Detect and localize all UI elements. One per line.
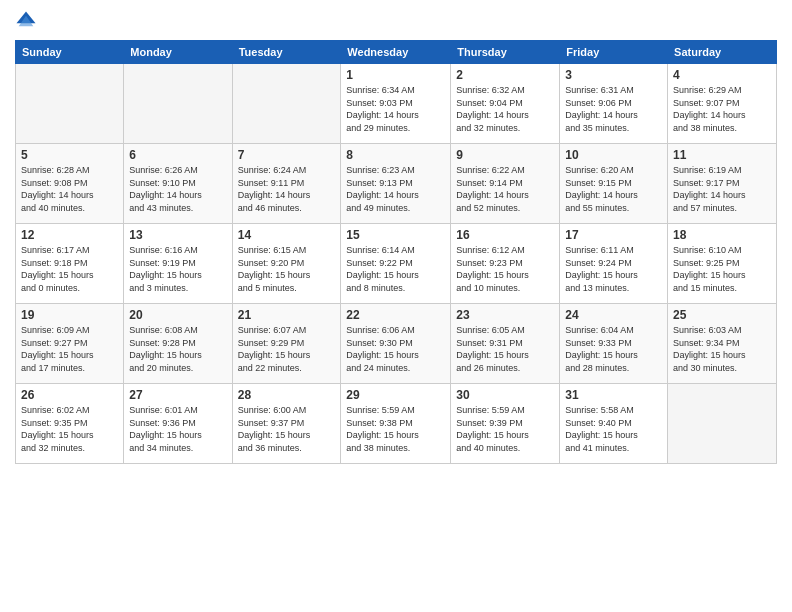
day-info: Sunrise: 6:22 AM Sunset: 9:14 PM Dayligh… [456,164,554,214]
day-number: 24 [565,308,662,322]
calendar-cell: 14Sunrise: 6:15 AM Sunset: 9:20 PM Dayli… [232,224,341,304]
day-info: Sunrise: 6:04 AM Sunset: 9:33 PM Dayligh… [565,324,662,374]
day-number: 25 [673,308,771,322]
day-number: 31 [565,388,662,402]
day-number: 20 [129,308,226,322]
logo [15,10,41,32]
day-number: 23 [456,308,554,322]
day-info: Sunrise: 6:02 AM Sunset: 9:35 PM Dayligh… [21,404,118,454]
day-info: Sunrise: 6:31 AM Sunset: 9:06 PM Dayligh… [565,84,662,134]
calendar-day-header: Wednesday [341,41,451,64]
calendar-cell: 11Sunrise: 6:19 AM Sunset: 9:17 PM Dayli… [668,144,777,224]
day-info: Sunrise: 6:23 AM Sunset: 9:13 PM Dayligh… [346,164,445,214]
day-number: 9 [456,148,554,162]
day-number: 21 [238,308,336,322]
calendar-week-row: 5Sunrise: 6:28 AM Sunset: 9:08 PM Daylig… [16,144,777,224]
day-info: Sunrise: 6:09 AM Sunset: 9:27 PM Dayligh… [21,324,118,374]
day-number: 28 [238,388,336,402]
calendar-cell: 21Sunrise: 6:07 AM Sunset: 9:29 PM Dayli… [232,304,341,384]
calendar-day-header: Sunday [16,41,124,64]
calendar-cell [232,64,341,144]
calendar-day-header: Saturday [668,41,777,64]
calendar-cell: 10Sunrise: 6:20 AM Sunset: 9:15 PM Dayli… [560,144,668,224]
calendar-cell: 30Sunrise: 5:59 AM Sunset: 9:39 PM Dayli… [451,384,560,464]
day-number: 27 [129,388,226,402]
day-number: 16 [456,228,554,242]
calendar-day-header: Tuesday [232,41,341,64]
day-number: 2 [456,68,554,82]
day-number: 11 [673,148,771,162]
calendar-cell: 22Sunrise: 6:06 AM Sunset: 9:30 PM Dayli… [341,304,451,384]
header [15,10,777,32]
day-info: Sunrise: 6:26 AM Sunset: 9:10 PM Dayligh… [129,164,226,214]
calendar-table: SundayMondayTuesdayWednesdayThursdayFrid… [15,40,777,464]
day-number: 7 [238,148,336,162]
calendar-cell: 18Sunrise: 6:10 AM Sunset: 9:25 PM Dayli… [668,224,777,304]
day-info: Sunrise: 6:14 AM Sunset: 9:22 PM Dayligh… [346,244,445,294]
calendar-cell: 28Sunrise: 6:00 AM Sunset: 9:37 PM Dayli… [232,384,341,464]
calendar-day-header: Thursday [451,41,560,64]
day-number: 10 [565,148,662,162]
day-info: Sunrise: 5:58 AM Sunset: 9:40 PM Dayligh… [565,404,662,454]
calendar-cell: 4Sunrise: 6:29 AM Sunset: 9:07 PM Daylig… [668,64,777,144]
day-number: 26 [21,388,118,402]
calendar-cell: 2Sunrise: 6:32 AM Sunset: 9:04 PM Daylig… [451,64,560,144]
day-number: 3 [565,68,662,82]
calendar-cell: 3Sunrise: 6:31 AM Sunset: 9:06 PM Daylig… [560,64,668,144]
calendar-cell: 7Sunrise: 6:24 AM Sunset: 9:11 PM Daylig… [232,144,341,224]
day-number: 14 [238,228,336,242]
logo-icon [15,10,37,32]
day-info: Sunrise: 6:12 AM Sunset: 9:23 PM Dayligh… [456,244,554,294]
day-info: Sunrise: 5:59 AM Sunset: 9:39 PM Dayligh… [456,404,554,454]
calendar-cell: 29Sunrise: 5:59 AM Sunset: 9:38 PM Dayli… [341,384,451,464]
calendar-cell: 15Sunrise: 6:14 AM Sunset: 9:22 PM Dayli… [341,224,451,304]
calendar-cell: 9Sunrise: 6:22 AM Sunset: 9:14 PM Daylig… [451,144,560,224]
calendar-cell: 12Sunrise: 6:17 AM Sunset: 9:18 PM Dayli… [16,224,124,304]
calendar-cell: 1Sunrise: 6:34 AM Sunset: 9:03 PM Daylig… [341,64,451,144]
day-info: Sunrise: 6:06 AM Sunset: 9:30 PM Dayligh… [346,324,445,374]
calendar-cell: 8Sunrise: 6:23 AM Sunset: 9:13 PM Daylig… [341,144,451,224]
day-number: 18 [673,228,771,242]
calendar-cell: 6Sunrise: 6:26 AM Sunset: 9:10 PM Daylig… [124,144,232,224]
calendar-header-row: SundayMondayTuesdayWednesdayThursdayFrid… [16,41,777,64]
calendar-cell [124,64,232,144]
calendar-cell: 16Sunrise: 6:12 AM Sunset: 9:23 PM Dayli… [451,224,560,304]
calendar-week-row: 26Sunrise: 6:02 AM Sunset: 9:35 PM Dayli… [16,384,777,464]
calendar-week-row: 12Sunrise: 6:17 AM Sunset: 9:18 PM Dayli… [16,224,777,304]
day-info: Sunrise: 6:34 AM Sunset: 9:03 PM Dayligh… [346,84,445,134]
calendar-day-header: Monday [124,41,232,64]
day-info: Sunrise: 6:08 AM Sunset: 9:28 PM Dayligh… [129,324,226,374]
calendar-cell: 26Sunrise: 6:02 AM Sunset: 9:35 PM Dayli… [16,384,124,464]
day-number: 15 [346,228,445,242]
day-number: 5 [21,148,118,162]
day-number: 12 [21,228,118,242]
day-info: Sunrise: 6:16 AM Sunset: 9:19 PM Dayligh… [129,244,226,294]
calendar-cell: 13Sunrise: 6:16 AM Sunset: 9:19 PM Dayli… [124,224,232,304]
day-info: Sunrise: 6:01 AM Sunset: 9:36 PM Dayligh… [129,404,226,454]
day-number: 19 [21,308,118,322]
day-info: Sunrise: 6:11 AM Sunset: 9:24 PM Dayligh… [565,244,662,294]
page: SundayMondayTuesdayWednesdayThursdayFrid… [0,0,792,612]
calendar-cell: 19Sunrise: 6:09 AM Sunset: 9:27 PM Dayli… [16,304,124,384]
day-info: Sunrise: 6:15 AM Sunset: 9:20 PM Dayligh… [238,244,336,294]
calendar-cell: 23Sunrise: 6:05 AM Sunset: 9:31 PM Dayli… [451,304,560,384]
day-number: 8 [346,148,445,162]
day-number: 13 [129,228,226,242]
day-number: 29 [346,388,445,402]
day-info: Sunrise: 6:24 AM Sunset: 9:11 PM Dayligh… [238,164,336,214]
day-info: Sunrise: 6:28 AM Sunset: 9:08 PM Dayligh… [21,164,118,214]
calendar-cell [16,64,124,144]
day-info: Sunrise: 6:32 AM Sunset: 9:04 PM Dayligh… [456,84,554,134]
day-info: Sunrise: 6:20 AM Sunset: 9:15 PM Dayligh… [565,164,662,214]
calendar-cell [668,384,777,464]
day-info: Sunrise: 6:17 AM Sunset: 9:18 PM Dayligh… [21,244,118,294]
day-number: 30 [456,388,554,402]
day-info: Sunrise: 6:19 AM Sunset: 9:17 PM Dayligh… [673,164,771,214]
calendar-week-row: 1Sunrise: 6:34 AM Sunset: 9:03 PM Daylig… [16,64,777,144]
calendar-cell: 31Sunrise: 5:58 AM Sunset: 9:40 PM Dayli… [560,384,668,464]
day-info: Sunrise: 6:29 AM Sunset: 9:07 PM Dayligh… [673,84,771,134]
calendar-week-row: 19Sunrise: 6:09 AM Sunset: 9:27 PM Dayli… [16,304,777,384]
day-info: Sunrise: 6:10 AM Sunset: 9:25 PM Dayligh… [673,244,771,294]
calendar-cell: 24Sunrise: 6:04 AM Sunset: 9:33 PM Dayli… [560,304,668,384]
day-number: 17 [565,228,662,242]
